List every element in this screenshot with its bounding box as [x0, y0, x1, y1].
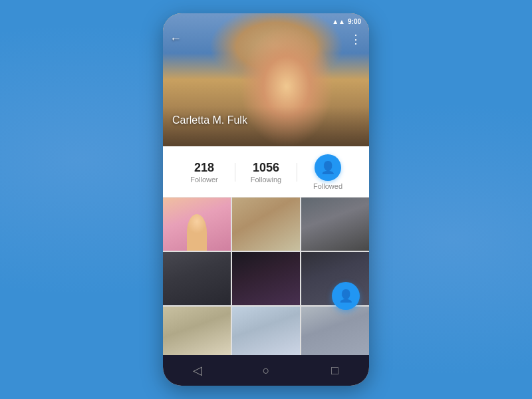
photo-5-image	[232, 252, 300, 305]
photo-cell-1[interactable]	[163, 198, 231, 251]
photo-cell-7[interactable]	[163, 307, 231, 355]
follower-stat[interactable]: 218 Follower	[174, 161, 235, 184]
back-button[interactable]: ←	[170, 32, 182, 46]
photo-cell-3[interactable]	[301, 198, 369, 251]
follow-btn-container: 👤 Followed	[297, 154, 358, 190]
photo-8-image	[232, 307, 300, 355]
photo-cell-8[interactable]	[232, 307, 300, 355]
photo-grid	[163, 198, 369, 355]
main-content: ← ⋮ Carletta M. Fulk 218 Follower 1056 F…	[163, 13, 369, 355]
follower-count: 218	[194, 161, 214, 176]
photo-4-image	[163, 252, 231, 305]
photo-9-image	[301, 307, 369, 355]
bottom-nav: ◁ ○ □	[163, 355, 369, 386]
fab-button[interactable]: 👤	[332, 282, 360, 310]
camera-icon: 👤	[338, 289, 353, 303]
photo-2-image	[232, 198, 300, 251]
photo-cell-2[interactable]	[232, 198, 300, 251]
cover-image: ← ⋮ Carletta M. Fulk	[163, 13, 369, 146]
status-signal-icon: ▲	[338, 18, 345, 25]
photo-cell-9[interactable]	[301, 307, 369, 355]
photo-3-image	[301, 198, 369, 251]
following-stat[interactable]: 1056 Following	[235, 161, 297, 184]
photo-1-image	[163, 198, 231, 251]
photo-cell-4[interactable]	[163, 252, 231, 305]
user-name: Carletta M. Fulk	[172, 114, 247, 126]
person-icon: 👤	[321, 160, 335, 175]
nav-recent-button[interactable]: □	[323, 358, 346, 382]
follower-label: Follower	[190, 176, 218, 184]
photo-7-image	[163, 307, 231, 355]
photo-cell-5[interactable]	[232, 252, 300, 305]
stats-row: 218 Follower 1056 Following 👤 Followed	[163, 146, 369, 198]
following-label: Following	[251, 176, 281, 184]
nav-home-button[interactable]: ○	[254, 358, 278, 382]
status-time: 9:00	[348, 18, 361, 25]
following-count: 1056	[253, 161, 279, 176]
status-wifi-icon: ▲	[332, 18, 338, 25]
menu-button[interactable]: ⋮	[350, 32, 362, 47]
phone-frame: ▲ ▲ 9:00 ← ⋮ Carletta M. Fulk 218 Follow…	[163, 13, 369, 386]
follow-button[interactable]: 👤	[315, 154, 341, 181]
status-bar: ▲ ▲ 9:00	[163, 13, 369, 29]
followed-label: Followed	[313, 182, 342, 190]
nav-back-button[interactable]: ◁	[186, 358, 209, 382]
